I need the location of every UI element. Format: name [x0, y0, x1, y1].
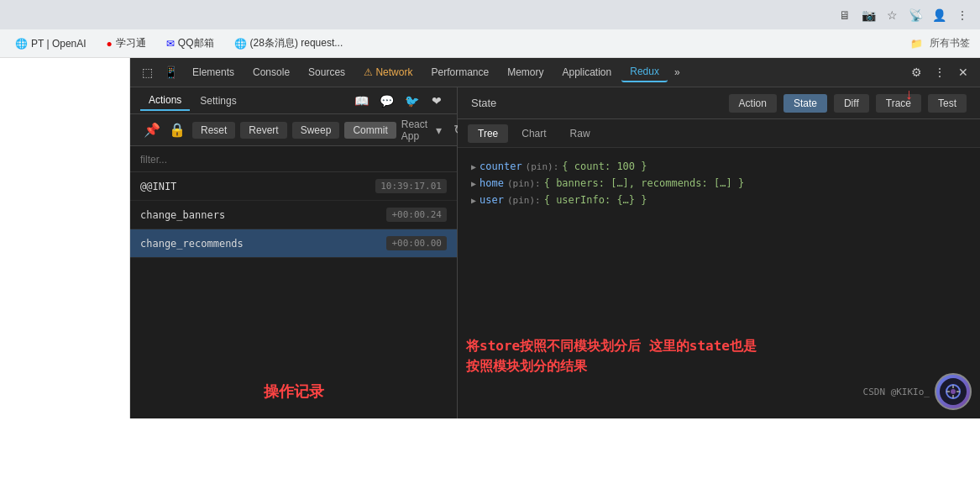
all-bookmarks-icon: 📁: [910, 38, 923, 50]
action-item-banners[interactable]: change_banners +00:00.24: [130, 201, 457, 229]
tree-pin-user: (pin):: [507, 195, 541, 206]
tab-console[interactable]: Console: [244, 63, 298, 82]
tab-more[interactable]: »: [669, 63, 685, 82]
csdn-icon-svg: [944, 382, 962, 401]
tab-network[interactable]: ⚠ Network: [355, 63, 421, 82]
action-time-banners: +00:00.24: [386, 208, 447, 222]
action-time-recommends: +00:00.00: [386, 236, 447, 250]
action-name-init: @@INIT: [140, 181, 375, 192]
bookmark-request-label: (28条消息) request...: [250, 36, 343, 50]
tree-value-counter: { count: 100 }: [562, 160, 647, 172]
state-tab-diff[interactable]: Diff: [834, 94, 869, 113]
csdn-logo: [935, 373, 972, 410]
device-icon[interactable]: 📱: [160, 62, 181, 82]
tab-memory[interactable]: Memory: [499, 63, 552, 82]
view-tabs: Tree Chart Raw: [458, 119, 980, 148]
filter-area: [130, 146, 457, 172]
devtools-panel: ⬚ 📱 Elements Console Sources ⚠ Network P…: [130, 58, 980, 418]
tree-pin-counter: (pin):: [526, 161, 559, 172]
subtab-settings[interactable]: Settings: [191, 92, 244, 110]
bookmark-qqmail[interactable]: ✉ QQ邮箱: [161, 34, 219, 52]
close-devtools-icon[interactable]: ✕: [953, 62, 973, 82]
redux-subtoolbar: Actions Settings 📖 💬 🐦 ❤: [130, 87, 457, 114]
tree-pin-home: (pin):: [507, 178, 541, 189]
twitter-icon[interactable]: 🐦: [401, 91, 422, 111]
tab-sources[interactable]: Sources: [300, 63, 354, 82]
tree-row-home[interactable]: ▶ home (pin): { banners: […], recommends…: [471, 175, 967, 192]
bookmark-xuexitong[interactable]: ● 学习通: [102, 34, 151, 52]
tab-performance[interactable]: Performance: [422, 63, 497, 82]
tree-value-user: { userInfo: {…} }: [544, 194, 647, 206]
xuexitong-favicon: ●: [107, 38, 113, 50]
action-name-banners: change_banners: [140, 209, 386, 221]
redux-actions-toolbar: 📌 🔒 Reset Revert Sweep Commit React App …: [130, 114, 457, 146]
state-tab-action[interactable]: Action: [729, 94, 777, 113]
action-list: @@INIT 10:39:17.01 change_banners +00:00…: [130, 172, 457, 365]
tree-value-home: { banners: […], recommends: […] }: [544, 177, 744, 189]
state-tab-trace[interactable]: Trace: [876, 94, 921, 113]
monitor-icon[interactable]: 🖥: [837, 8, 852, 23]
bookmark-openai-label: PT | OpenAI: [31, 38, 86, 50]
tree-arrow-user[interactable]: ▶: [471, 196, 476, 205]
openai-favicon: 🌐: [15, 38, 28, 50]
view-tab-raw[interactable]: Raw: [560, 124, 600, 143]
lock-button[interactable]: 🔒: [167, 120, 187, 139]
tree-key-counter: counter: [480, 160, 522, 172]
settings-icon[interactable]: ⚙: [906, 62, 926, 82]
state-label: State: [471, 97, 496, 109]
revert-button[interactable]: Revert: [240, 122, 286, 139]
state-tab-state[interactable]: State: [783, 94, 827, 113]
action-annotation: 操作记录: [130, 365, 457, 418]
action-item-init[interactable]: @@INIT 10:39:17.01: [130, 172, 457, 201]
csdn-badge: CSDN @KIKIo_: [863, 373, 972, 410]
filter-input[interactable]: [140, 154, 447, 166]
tree-row-user[interactable]: ▶ user (pin): { userInfo: {…} }: [471, 192, 967, 208]
subtab-actions[interactable]: Actions: [140, 91, 190, 111]
chat-icon[interactable]: 💬: [376, 91, 396, 111]
more-options-icon[interactable]: ⋮: [930, 62, 950, 82]
tree-key-user: user: [480, 194, 504, 206]
reset-button[interactable]: Reset: [192, 122, 235, 139]
cast-icon[interactable]: 📡: [908, 8, 923, 23]
main-layout: ⬚ 📱 Elements Console Sources ⚠ Network P…: [0, 58, 980, 418]
tree-content: ▶ counter (pin): { count: 100 } ▶ home (…: [458, 148, 980, 418]
screenshot-icon[interactable]: 📷: [861, 8, 876, 23]
bottom-annotation-line1: 将store按照不同模块划分后 这里的state也是: [466, 336, 757, 356]
react-app-label: React App: [401, 118, 427, 142]
view-tab-tree[interactable]: Tree: [468, 124, 508, 143]
tree-key-home: home: [480, 177, 504, 189]
tab-application[interactable]: Application: [554, 63, 621, 82]
csdn-label: CSDN @KIKIo_: [863, 387, 930, 397]
trace-arrow: ↓: [905, 87, 913, 103]
redux-left-panel: Actions Settings 📖 💬 🐦 ❤ 📌 🔒 Reset: [130, 87, 458, 418]
bookmark-request[interactable]: 🌐 (28条消息) request...: [229, 34, 349, 52]
inspect-icon[interactable]: ⬚: [137, 62, 157, 82]
bookmarks-right: 📁 所有书签: [910, 36, 970, 50]
bookmarks-bar: 🌐 PT | OpenAI ● 学习通 ✉ QQ邮箱 🌐 (28条消息) req…: [0, 29, 980, 58]
view-tab-chart[interactable]: Chart: [511, 124, 556, 143]
menu-icon[interactable]: ⋮: [955, 8, 970, 23]
commit-button[interactable]: Commit: [344, 122, 396, 139]
profile-icon[interactable]: 👤: [931, 8, 946, 23]
left-white-panel: [0, 58, 130, 418]
tab-elements[interactable]: Elements: [184, 63, 243, 82]
pin-button[interactable]: 📌: [142, 120, 162, 139]
bookmark-xuexitong-label: 学习通: [116, 36, 146, 50]
heart-icon[interactable]: ❤: [427, 91, 447, 111]
tab-redux[interactable]: Redux: [621, 62, 668, 82]
action-item-recommends[interactable]: change_recommends +00:00.00: [130, 229, 457, 258]
sweep-button[interactable]: Sweep: [292, 122, 340, 139]
svg-point-1: [951, 389, 956, 394]
state-tab-test[interactable]: Test: [928, 94, 967, 113]
dropdown-icon[interactable]: ▾: [432, 122, 445, 139]
book-icon[interactable]: 📖: [351, 91, 371, 111]
request-favicon: 🌐: [234, 38, 247, 50]
all-bookmarks-label: 所有书签: [930, 36, 970, 50]
bookmark-openai[interactable]: 🌐 PT | OpenAI: [10, 36, 92, 51]
chrome-top-icons: 🖥 📷 ☆ 📡 👤 ⋮: [837, 8, 970, 23]
tree-arrow-counter[interactable]: ▶: [471, 162, 476, 171]
csdn-inner-circle: [940, 378, 967, 405]
tree-arrow-home[interactable]: ▶: [471, 179, 476, 188]
star-icon[interactable]: ☆: [884, 8, 899, 23]
tree-row-counter[interactable]: ▶ counter (pin): { count: 100 }: [471, 158, 967, 175]
